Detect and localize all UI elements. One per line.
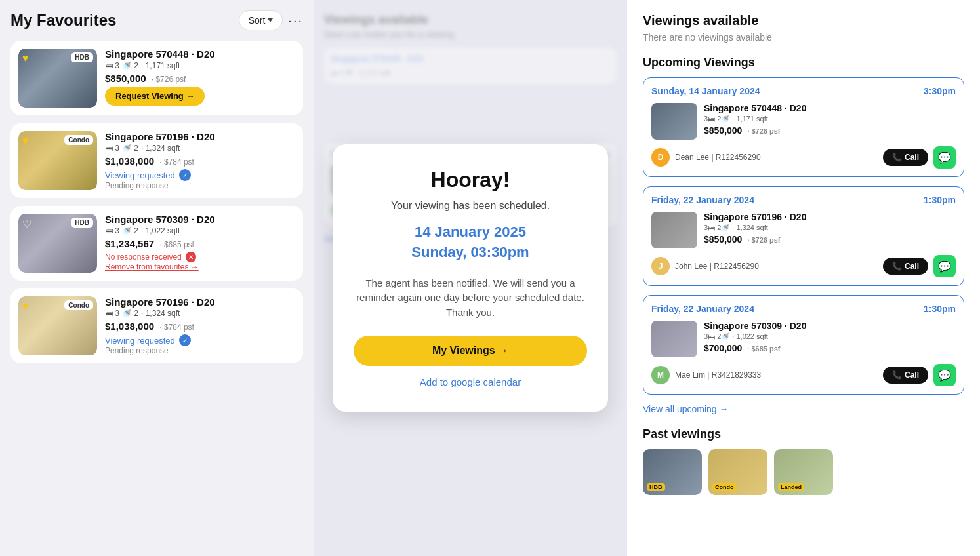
chevron-down-icon [268,18,273,22]
view-all-label: View all upcoming → [643,404,728,414]
left-header: My Favourites Sort ··· [10,10,303,30]
viewing-prop-specs-1: 3🛏 2🚿 · 1,171 sqft [704,115,956,123]
viewing-prop-price-1: $850,000 · $726 psf [704,125,956,136]
past-badge-condo[interactable]: Condo [708,449,767,495]
pending-text-2: Pending response [105,181,295,190]
my-viewings-button[interactable]: My Viewings → [354,336,587,366]
modal-date-line1: 14 January 2025 [354,222,587,243]
viewing-time-2: 1:30pm [924,195,956,205]
viewing-thumbnail-1 [651,103,697,140]
baths-icon-3: 🚿 2 [122,226,138,235]
agent-row-1: D Dean Lee | R122456290 📞 Call 💬 [651,146,956,169]
viewing-date-row-2: Friday, 22 January 2024 1:30pm [651,195,956,205]
property-specs-1: 🛏 3 🚿 2 · 1,171 sqft [105,61,295,70]
property-title-4: Singapore 570196 · D20 [105,296,295,308]
add-to-calendar-link[interactable]: Add to google calendar [420,376,521,387]
agent-name-3: Mae Lim | R3421829333 [675,370,878,380]
property-specs-2: 🛏 3 🚿 2 · 1,324 sqft [105,144,295,153]
beds-icon-4: 🛏 3 [105,309,119,318]
modal-title: Hooray! [354,168,587,192]
sort-button[interactable]: Sort [239,10,283,30]
left-panel: My Favourites Sort ··· ♥ HDB Singapore 5… [0,0,314,556]
viewing-prop-title-1: Singapore 570448 · D20 [704,103,956,113]
call-label-2: Call [905,262,919,271]
viewing-prop-title-2: Singapore 570196 · D20 [704,212,956,222]
modal-date: 14 January 2025 Sunday, 03:30pm [354,222,587,263]
header-right: Sort ··· [239,10,303,30]
modal-subtitle: Your viewing has been scheduled. [354,200,587,212]
property-title-3: Singapore 570309 · D20 [105,214,295,225]
modal-body: The agent has been notified. We will sen… [354,276,587,321]
viewing-thumbnail-3 [651,321,697,357]
property-title-2: Singapore 570196 · D20 [105,131,295,142]
my-viewings-label: My Viewings → [432,345,508,357]
viewing-prop-psf-1: · $726 psf [747,127,780,135]
upcoming-viewings-title: Upcoming Viewings [643,56,964,70]
property-image-4: ♥ Condo [18,296,97,355]
whatsapp-button-1[interactable]: 💬 [933,146,956,169]
type-badge-4: Condo [64,300,93,310]
type-badge-1: HDB [71,52,93,62]
property-price-3: $1,234,567 · $685 psf [105,238,295,249]
right-panel: Viewings available There are no viewings… [627,0,980,556]
call-label-3: Call [905,370,919,380]
viewing-thumbnail-2 [651,212,697,248]
heart-icon-1[interactable]: ♥ [22,52,29,64]
heart-icon-2[interactable]: ♥ [22,135,29,147]
call-button-3[interactable]: 📞 Call [883,367,928,384]
past-viewings-title: Past viewings [643,427,964,441]
modal-date-line2: Sunday, 03:30pm [354,243,587,263]
property-details-3: Singapore 570309 · D20 🛏 3 🚿 2 · 1,022 s… [105,214,295,271]
phone-icon-2: 📞 [892,262,902,271]
property-price-2: $1,038,000 · $784 psf [105,155,295,167]
property-details-4: Singapore 570196 · D20 🛏 3 🚿 2 · 1,324 s… [105,296,295,355]
property-price-4: $1,038,000 · $784 psf [105,321,295,332]
viewing-status-4: Viewing requested ✓ [105,334,295,346]
whatsapp-button-2[interactable]: 💬 [933,255,956,277]
no-response-row: No response received ✕ [105,252,295,262]
past-badge-hdb[interactable]: HDB [643,449,702,495]
remove-favourites-link-3[interactable]: Remove from favourites → [105,262,295,271]
property-details-2: Singapore 570196 · D20 🛏 3 🚿 2 · 1,324 s… [105,131,295,190]
past-badge-landed[interactable]: Landed [774,449,833,495]
phone-icon-1: 📞 [892,153,902,162]
whatsapp-icon-2: 💬 [938,260,951,273]
property-psf-4: · $784 psf [159,323,194,332]
agent-row-3: M Mae Lim | R3421829333 📞 Call 💬 [651,364,956,386]
agent-row-2: J John Lee | R122456290 📞 Call 💬 [651,255,956,277]
no-viewings-text: There are no viewings available [643,32,964,43]
property-psf-2: · $784 psf [159,157,194,167]
no-response-text-3: No response received [105,252,182,262]
viewing-prop-details-1: Singapore 570448 · D20 3🛏 2🚿 · 1,171 sqf… [704,103,956,140]
view-all-upcoming-link[interactable]: View all upcoming → [643,404,964,414]
property-psf-3: · $685 psf [159,240,194,249]
viewing-date-row-1: Sunday, 14 January 2024 3:30pm [651,86,956,96]
whatsapp-icon-1: 💬 [938,151,951,164]
viewing-status-2: Viewing requested ✓ [105,169,295,181]
call-button-2[interactable]: 📞 Call [883,258,928,275]
property-price-1: $850,000 · $726 psf [105,73,295,84]
agent-name-1: Dean Lee | R122456290 [675,153,878,162]
viewing-prop-price-3: $700,000 · $685 psf [704,343,956,353]
call-button-1[interactable]: 📞 Call [883,149,928,166]
request-viewing-button-1[interactable]: Request Viewing → [105,87,205,106]
type-badge-2: Condo [64,135,93,145]
phone-icon-3: 📞 [892,370,902,380]
viewing-time-3: 1:30pm [924,304,956,314]
type-badge-3: HDB [71,218,93,228]
property-card-4: ♥ Condo Singapore 570196 · D20 🛏 3 🚿 2 ·… [10,288,303,363]
whatsapp-button-3[interactable]: 💬 [933,364,956,386]
past-badge-label-landed: Landed [778,483,804,491]
viewings-available-title: Viewings available [643,13,964,28]
past-badges-row: HDB Condo Landed [643,449,964,495]
property-card-3: ♡ HDB Singapore 570309 · D20 🛏 3 🚿 2 · 1… [10,206,303,281]
heart-icon-4[interactable]: ♥ [22,300,29,312]
property-image-3: ♡ HDB [18,214,97,273]
more-options-button[interactable]: ··· [288,13,303,28]
property-details-1: Singapore 570448 · D20 🛏 3 🚿 2 · 1,171 s… [105,49,295,106]
heart-icon-3[interactable]: ♡ [22,218,31,230]
whatsapp-icon-3: 💬 [938,369,951,382]
sort-label: Sort [249,15,266,26]
red-x-icon-3: ✕ [186,252,196,262]
modal-overlay: Hooray! Your viewing has been scheduled.… [314,0,627,556]
